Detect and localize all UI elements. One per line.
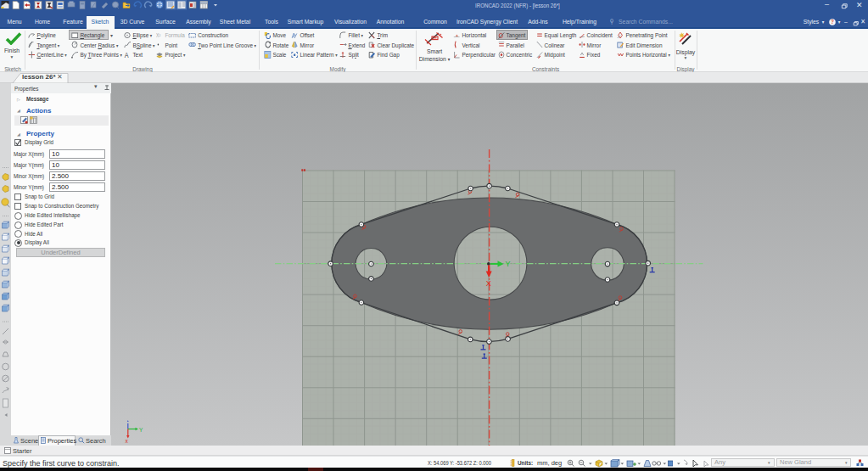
svg-text:Y: Y <box>139 427 143 433</box>
svg-text:x: x <box>126 438 129 444</box>
svg-text:Y: Y <box>506 260 511 268</box>
svg-text:X: X <box>486 279 491 288</box>
svg-text:?: ? <box>831 19 834 25</box>
svg-text:X²: X² <box>156 32 160 38</box>
svg-text:A: A <box>125 51 129 59</box>
